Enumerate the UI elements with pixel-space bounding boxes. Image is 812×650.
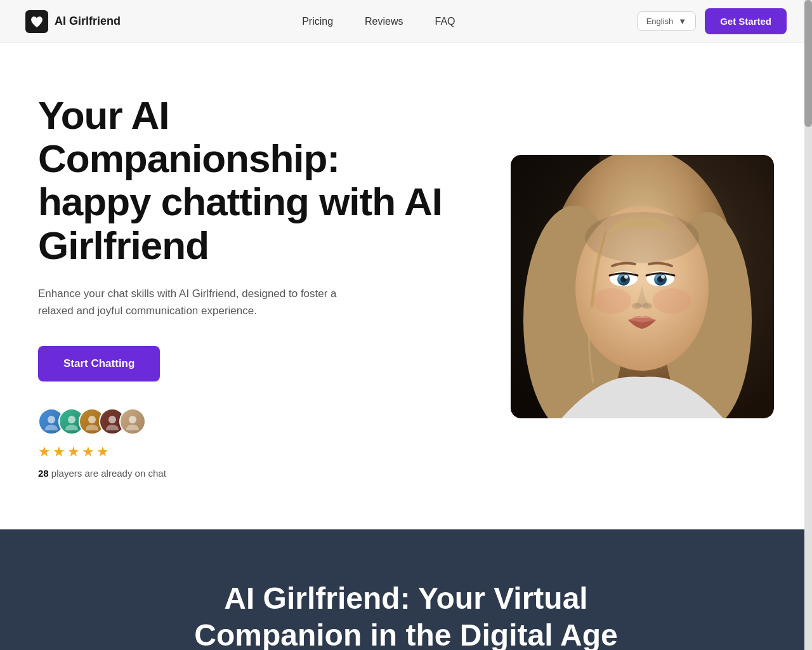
bottom-section: AI Girlfriend: Your Virtual Companion in… [0, 529, 812, 650]
bottom-title: AI Girlfriend: Your Virtual Companion in… [184, 580, 628, 650]
svg-point-1 [45, 425, 58, 430]
social-proof: ★ ★ ★ ★ ★ 28 players are already on chat [38, 408, 444, 479]
hero-section: Your AI Companionship: happy chatting wi… [0, 43, 812, 529]
hero-right [508, 155, 774, 418]
stars-row: ★ ★ ★ ★ ★ [38, 444, 444, 460]
chevron-down-icon: ▼ [678, 17, 686, 26]
hero-image [511, 155, 774, 418]
language-label: English [646, 17, 674, 26]
scrollbar-thumb[interactable] [804, 0, 812, 127]
svg-point-30 [661, 275, 665, 279]
svg-point-8 [129, 416, 136, 423]
hero-subtitle: Enhance your chat skills with AI Girlfri… [38, 285, 355, 319]
svg-point-0 [48, 416, 55, 423]
svg-point-31 [632, 303, 642, 309]
svg-point-7 [106, 425, 119, 430]
navbar: AI Girlfriend Pricing Reviews FAQ Englis… [0, 0, 812, 43]
svg-point-29 [624, 275, 628, 279]
svg-point-5 [86, 425, 98, 430]
scrollbar-track[interactable] [804, 0, 812, 650]
star-icon: ★ [82, 444, 95, 460]
hero-title: Your AI Companionship: happy chatting wi… [38, 94, 444, 267]
players-text: 28 players are already on chat [38, 468, 444, 479]
svg-point-3 [65, 425, 78, 430]
navbar-right: English ▼ Get Started [637, 8, 787, 34]
avatars-row [38, 408, 444, 435]
language-selector[interactable]: English ▼ [637, 11, 697, 31]
star-icon: ★ [67, 444, 80, 460]
hero-left: Your AI Companionship: happy chatting wi… [38, 94, 444, 479]
start-chatting-button[interactable]: Start Chatting [38, 346, 160, 381]
svg-point-2 [68, 416, 75, 423]
logo-icon [25, 10, 48, 33]
star-icon: ★ [96, 444, 109, 460]
avatar [119, 408, 146, 435]
player-suffix: players are already on chat [51, 468, 166, 479]
svg-point-32 [642, 303, 652, 309]
svg-point-21 [653, 288, 691, 314]
get-started-button[interactable]: Get Started [705, 8, 787, 34]
logo-text: AI Girlfriend [55, 15, 121, 28]
player-count: 28 [38, 468, 49, 479]
star-icon: ★ [53, 444, 65, 460]
svg-point-6 [108, 416, 116, 423]
star-icon: ★ [38, 444, 51, 460]
nav-reviews[interactable]: Reviews [365, 16, 403, 27]
nav-links: Pricing Reviews FAQ [302, 16, 455, 27]
svg-point-9 [126, 425, 139, 430]
logo[interactable]: AI Girlfriend [25, 10, 121, 33]
nav-faq[interactable]: FAQ [435, 16, 455, 27]
nav-pricing[interactable]: Pricing [302, 16, 333, 27]
svg-point-4 [88, 416, 96, 423]
portrait-svg [511, 155, 774, 418]
svg-point-20 [593, 288, 631, 314]
